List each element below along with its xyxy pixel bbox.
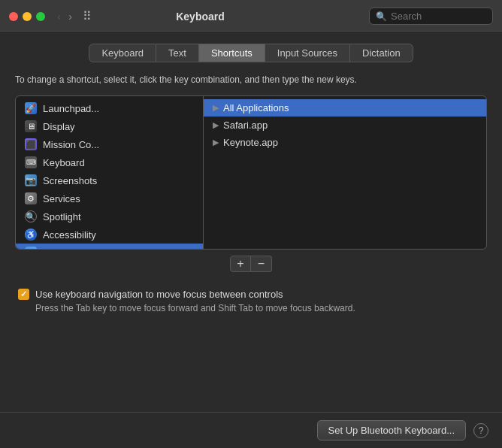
appshortcuts-icon: A bbox=[25, 247, 37, 249]
list-item-label: Keyboard bbox=[43, 157, 85, 168]
tab-text[interactable]: Text bbox=[156, 44, 199, 62]
close-button[interactable] bbox=[9, 12, 18, 21]
list-item-services[interactable]: ⚙ Services bbox=[16, 189, 203, 207]
display-icon: 🖥 bbox=[25, 120, 37, 132]
keyboard-nav-sublabel: Press the Tab key to move focus forward … bbox=[35, 303, 484, 313]
right-list-item-keynote[interactable]: ▶ Keynote.app bbox=[204, 134, 486, 151]
list-item-launchpad[interactable]: 🚀 Launchpad... bbox=[16, 99, 203, 117]
screenshots-icon: 📷 bbox=[25, 174, 37, 186]
list-item-keyboard[interactable]: ⌨ Keyboard bbox=[16, 153, 203, 171]
window-title: Keyboard bbox=[38, 11, 363, 23]
mission-icon: ⬛ bbox=[25, 138, 37, 150]
keyboard-nav-label: Use keyboard navigation to move focus be… bbox=[35, 289, 283, 300]
footer: Set Up Bluetooth Keyboard... ? bbox=[0, 412, 502, 448]
right-list-item-label: Keynote.app bbox=[223, 137, 278, 148]
list-item-label: Services bbox=[43, 193, 80, 204]
list-item-screenshots[interactable]: 📷 Screenshots bbox=[16, 171, 203, 189]
list-item-label: App Shortc... bbox=[43, 247, 99, 250]
list-item-label: Screenshots bbox=[43, 175, 97, 186]
list-item-mission-control[interactable]: ⬛ Mission Co... bbox=[16, 135, 203, 153]
add-button[interactable]: + bbox=[230, 256, 251, 272]
list-item-label: Launchpad... bbox=[43, 103, 99, 114]
list-item-label: Spotlight bbox=[43, 211, 81, 222]
services-icon: ⚙ bbox=[25, 192, 37, 204]
search-icon: 🔍 bbox=[376, 11, 387, 22]
launchpad-icon: 🚀 bbox=[25, 102, 37, 114]
list-item-spotlight[interactable]: 🔍 Spotlight bbox=[16, 207, 203, 226]
remove-button[interactable]: − bbox=[251, 256, 272, 272]
help-button[interactable]: ? bbox=[473, 423, 488, 438]
checkmark-icon: ✓ bbox=[20, 289, 27, 299]
right-list-item-label: All Applications bbox=[223, 102, 289, 114]
list-item-accessibility[interactable]: ♿ Accessibility bbox=[16, 226, 203, 244]
keyboard-nav-checkbox[interactable]: ✓ bbox=[18, 289, 29, 300]
chevron-icon: ▶ bbox=[213, 138, 219, 147]
checkbox-section: ✓ Use keyboard navigation to move focus … bbox=[15, 289, 487, 313]
search-bar: 🔍 bbox=[369, 8, 493, 25]
chevron-icon: ▶ bbox=[213, 103, 219, 113]
right-list-item-all-apps[interactable]: ▶ All Applications bbox=[204, 99, 486, 117]
keyboard-icon: ⌨ bbox=[25, 156, 37, 168]
panel-buttons: + − bbox=[15, 256, 487, 272]
tabs-bar: Keyboard Text Shortcuts Input Sources Di… bbox=[15, 44, 487, 62]
right-list-item-safari[interactable]: ▶ Safari.app bbox=[204, 117, 486, 134]
info-text: To change a shortcut, select it, click t… bbox=[15, 73, 487, 86]
list-item-label: Mission Co... bbox=[43, 139, 99, 150]
spotlight-icon: 🔍 bbox=[25, 210, 37, 222]
main-content: Keyboard Text Shortcuts Input Sources Di… bbox=[0, 33, 502, 324]
tab-shortcuts[interactable]: Shortcuts bbox=[199, 44, 265, 62]
tab-keyboard[interactable]: Keyboard bbox=[89, 44, 156, 62]
minimize-button[interactable] bbox=[23, 12, 32, 21]
right-list-item-label: Safari.app bbox=[223, 120, 268, 131]
right-list: ▶ All Applications ▶ Safari.app ▶ Keynot… bbox=[204, 96, 486, 249]
list-item-label: Display bbox=[43, 121, 75, 132]
keyboard-nav-row: ✓ Use keyboard navigation to move focus … bbox=[18, 289, 484, 300]
tab-input-sources[interactable]: Input Sources bbox=[265, 44, 350, 62]
setup-bluetooth-button[interactable]: Set Up Bluetooth Keyboard... bbox=[317, 420, 466, 440]
shortcuts-panel: 🚀 Launchpad... 🖥 Display ⬛ Mission Co...… bbox=[15, 95, 487, 250]
tab-dictation[interactable]: Dictation bbox=[350, 44, 413, 62]
accessibility-icon: ♿ bbox=[25, 229, 37, 241]
search-input[interactable] bbox=[391, 11, 486, 22]
list-item-app-shortcuts[interactable]: A App Shortc... bbox=[16, 244, 203, 249]
left-list: 🚀 Launchpad... 🖥 Display ⬛ Mission Co...… bbox=[16, 96, 204, 249]
list-item-label: Accessibility bbox=[43, 229, 96, 241]
chevron-icon: ▶ bbox=[213, 120, 219, 130]
titlebar: ‹ › ⠿ Keyboard 🔍 bbox=[0, 0, 502, 33]
list-item-display[interactable]: 🖥 Display bbox=[16, 117, 203, 135]
